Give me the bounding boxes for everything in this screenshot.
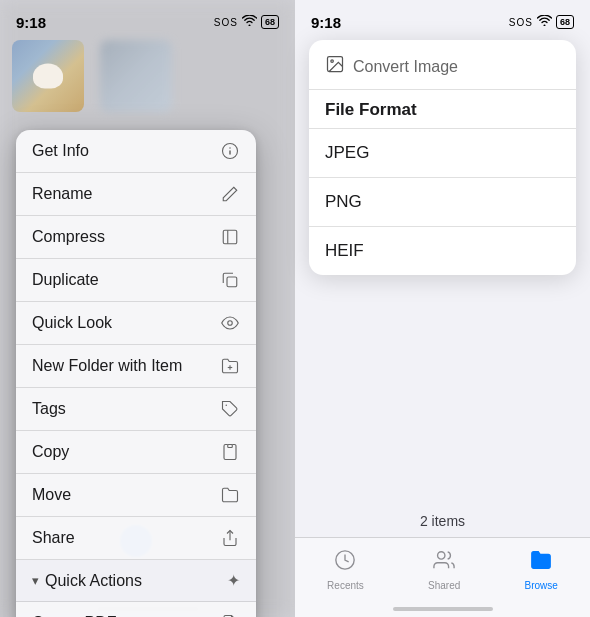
menu-label-move: Move: [32, 486, 71, 504]
wifi-icon-left: [242, 15, 257, 29]
menu-label-get-info: Get Info: [32, 142, 89, 160]
svg-point-16: [331, 60, 334, 63]
thumbnail-image: [12, 40, 84, 112]
eye-icon: [220, 313, 240, 333]
thumbnail-secondary: [100, 40, 172, 112]
status-time-left: 9:18: [16, 14, 46, 31]
wifi-icon-right: [537, 15, 552, 29]
menu-item-move[interactable]: Move: [16, 474, 256, 517]
menu-label-duplicate: Duplicate: [32, 271, 99, 289]
status-bar-right: 9:18 SOS 68: [295, 0, 590, 36]
thumbnail-image-2: [100, 40, 172, 112]
quick-actions-header[interactable]: ▾ Quick Actions ✦: [16, 560, 256, 602]
convert-image-popup: Convert Image File Format JPEG PNG HEIF: [309, 40, 576, 275]
convert-title: Convert Image: [353, 58, 458, 76]
menu-item-rename[interactable]: Rename: [16, 173, 256, 216]
info-icon: [220, 141, 240, 161]
menu-item-quick-look[interactable]: Quick Look: [16, 302, 256, 345]
menu-label-new-folder: New Folder with Item: [32, 357, 182, 375]
folder-plus-icon: [220, 356, 240, 376]
menu-item-share[interactable]: Share: [16, 517, 256, 560]
format-item-heif[interactable]: HEIF: [309, 227, 576, 275]
tag-icon: [220, 399, 240, 419]
svg-rect-10: [228, 445, 233, 448]
battery-icon-right: 68: [556, 15, 574, 29]
convert-header: Convert Image: [309, 40, 576, 90]
status-icons-left: SOS 68: [214, 15, 279, 29]
chevron-down-icon: ▾: [32, 573, 39, 588]
battery-icon-left: 68: [261, 15, 279, 29]
context-menu: Get Info Rename Compress Duplicate: [16, 130, 256, 617]
home-indicator-right: [393, 607, 493, 611]
menu-label-quick-look: Quick Look: [32, 314, 112, 332]
folder-move-icon: [220, 485, 240, 505]
tab-browse[interactable]: Browse: [525, 549, 558, 591]
thumbnail-main: [12, 40, 84, 112]
menu-label-tags: Tags: [32, 400, 66, 418]
convert-popup-icon: [325, 54, 345, 79]
status-bar-left: 9:18 SOS 68: [0, 0, 295, 36]
menu-item-new-folder[interactable]: New Folder with Item: [16, 345, 256, 388]
recents-icon: [334, 549, 356, 577]
convert-subtitle: File Format: [309, 90, 576, 129]
tab-label-browse: Browse: [525, 580, 558, 591]
clipboard-icon: [220, 442, 240, 462]
svg-rect-5: [227, 277, 237, 287]
tab-label-shared: Shared: [428, 580, 460, 591]
svg-point-6: [228, 321, 233, 326]
format-item-jpeg[interactable]: JPEG: [309, 129, 576, 178]
menu-label-rename: Rename: [32, 185, 92, 203]
right-panel: 9:18 SOS 68 Conv: [295, 0, 590, 617]
pdf-icon: [220, 613, 240, 617]
quick-actions-label: Quick Actions: [45, 572, 142, 590]
menu-item-compress[interactable]: Compress: [16, 216, 256, 259]
quick-actions-star-icon: ✦: [227, 571, 240, 590]
tab-shared[interactable]: Shared: [428, 549, 460, 591]
pencil-icon: [220, 184, 240, 204]
menu-item-get-info[interactable]: Get Info: [16, 130, 256, 173]
browse-icon: [530, 549, 552, 577]
quick-actions-left: ▾ Quick Actions: [32, 572, 142, 590]
left-panel: 9:18 SOS 68 Get Info: [0, 0, 295, 617]
svg-rect-3: [223, 230, 237, 244]
shared-icon: [433, 549, 455, 577]
svg-point-18: [438, 551, 445, 558]
menu-item-tags[interactable]: Tags: [16, 388, 256, 431]
menu-item-duplicate[interactable]: Duplicate: [16, 259, 256, 302]
status-time-right: 9:18: [311, 14, 341, 31]
signal-icon-right: SOS: [509, 17, 533, 28]
share-icon: [220, 528, 240, 548]
tab-label-recents: Recents: [327, 580, 364, 591]
duplicate-icon: [220, 270, 240, 290]
menu-item-create-pdf[interactable]: Create PDF: [16, 602, 256, 617]
menu-label-share: Share: [32, 529, 75, 547]
menu-label-copy: Copy: [32, 443, 69, 461]
tab-recents[interactable]: Recents: [327, 549, 364, 591]
tab-bar: Recents Shared Browse: [295, 537, 590, 617]
signal-icon-left: SOS: [214, 17, 238, 28]
menu-label-compress: Compress: [32, 228, 105, 246]
menu-item-copy[interactable]: Copy: [16, 431, 256, 474]
items-count: 2 items: [295, 513, 590, 529]
compress-icon: [220, 227, 240, 247]
status-icons-right: SOS 68: [509, 15, 574, 29]
format-item-png[interactable]: PNG: [309, 178, 576, 227]
